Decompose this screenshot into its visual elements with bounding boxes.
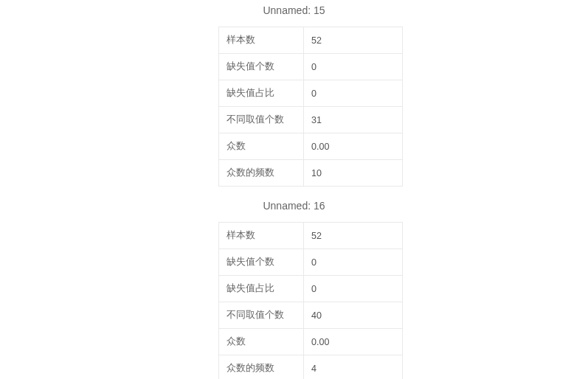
table-row: 样本数52 <box>219 27 403 54</box>
stat-value: 10 <box>304 160 403 187</box>
stat-value: 52 <box>304 223 403 249</box>
table-row: 缺失值占比0 <box>219 80 403 107</box>
stat-value: 0 <box>304 54 403 80</box>
table-row: 不同取值个数40 <box>219 302 403 329</box>
stat-value: 52 <box>304 27 403 54</box>
table-row: 众数的频数10 <box>219 160 403 187</box>
stat-value: 31 <box>304 107 403 133</box>
stat-label: 不同取值个数 <box>219 107 304 133</box>
stat-label: 缺失值占比 <box>219 80 304 107</box>
stat-value: 0.00 <box>304 133 403 160</box>
table-row: 样本数52 <box>219 223 403 249</box>
stat-label: 样本数 <box>219 223 304 249</box>
stat-value: 0 <box>304 80 403 107</box>
stats-table: 样本数52 缺失值个数0 缺失值占比0 不同取值个数40 众数0.00 众数的频… <box>218 222 403 379</box>
section-title: Unnamed: 16 <box>0 200 588 212</box>
stat-label: 缺失值个数 <box>219 249 304 276</box>
stat-value: 40 <box>304 302 403 329</box>
stat-label: 众数 <box>219 329 304 355</box>
table-row: 缺失值个数0 <box>219 249 403 276</box>
stat-value: 0 <box>304 249 403 276</box>
stat-label: 众数 <box>219 133 304 160</box>
stat-label: 样本数 <box>219 27 304 54</box>
stat-label: 缺失值占比 <box>219 276 304 302</box>
table-row: 缺失值个数0 <box>219 54 403 80</box>
section-title: Unnamed: 15 <box>0 4 588 16</box>
table-row: 众数的频数4 <box>219 355 403 380</box>
stat-value: 4 <box>304 355 403 380</box>
table-row: 缺失值占比0 <box>219 276 403 302</box>
table-row: 不同取值个数31 <box>219 107 403 133</box>
stat-value: 0.00 <box>304 329 403 355</box>
stat-label: 缺失值个数 <box>219 54 304 80</box>
stat-value: 0 <box>304 276 403 302</box>
stat-label: 不同取值个数 <box>219 302 304 329</box>
stat-label: 众数的频数 <box>219 355 304 380</box>
table-row: 众数0.00 <box>219 133 403 160</box>
table-row: 众数0.00 <box>219 329 403 355</box>
stats-section-0: Unnamed: 15 样本数52 缺失值个数0 缺失值占比0 不同取值个数31… <box>0 4 588 187</box>
stats-section-1: Unnamed: 16 样本数52 缺失值个数0 缺失值占比0 不同取值个数40… <box>0 200 588 379</box>
stat-label: 众数的频数 <box>219 160 304 187</box>
stats-table: 样本数52 缺失值个数0 缺失值占比0 不同取值个数31 众数0.00 众数的频… <box>218 27 403 187</box>
